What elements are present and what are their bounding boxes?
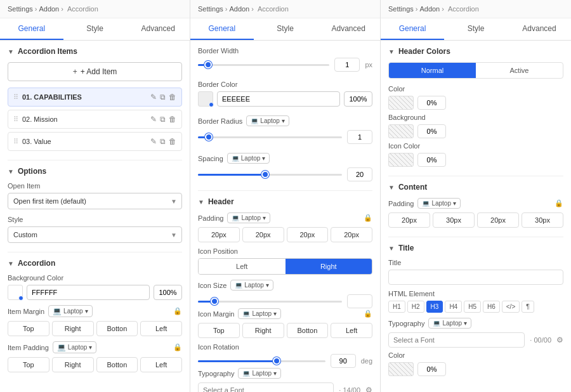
content-section-header[interactable]: ▼ Content — [388, 183, 563, 192]
html-el-h4[interactable]: H4 — [445, 301, 462, 313]
accordion-item-3[interactable]: ⠿ 03. Value ✎ ⧉ 🗑 — [8, 132, 182, 151]
tab-general-right[interactable]: General — [381, 18, 444, 40]
icon-margin-device[interactable]: 💻 Laptop ▾ — [238, 308, 281, 319]
icon-size-slider[interactable] — [198, 296, 342, 307]
border-width-input[interactable] — [334, 58, 360, 72]
tab-advanced-left[interactable]: Advanced — [126, 18, 190, 40]
item-padding-left[interactable] — [140, 357, 182, 372]
html-el-h3[interactable]: H3 — [426, 301, 443, 313]
icon-rotation-thumb[interactable] — [273, 357, 280, 365]
header-padding-device[interactable]: 💻 Laptop ▾ — [227, 212, 270, 223]
breadcrumb-addon[interactable]: Addon — [39, 5, 59, 13]
open-item-select[interactable]: Open first item (default) — [8, 193, 182, 209]
header-pad-right[interactable] — [242, 227, 284, 242]
accordion-items-header[interactable]: ▼ Accordion Items — [8, 47, 182, 56]
content-pad-left[interactable] — [522, 212, 563, 228]
normal-tab[interactable]: Normal — [389, 63, 476, 78]
spacing-slider[interactable] — [198, 169, 342, 180]
icon-size-thumb[interactable] — [211, 297, 218, 305]
border-color-swatch[interactable] — [198, 91, 213, 107]
title-font-input[interactable] — [388, 332, 525, 348]
title-color-pct[interactable] — [417, 362, 446, 376]
hc-bg-swatch[interactable] — [388, 124, 414, 138]
breadcrumb-settings[interactable]: Settings — [8, 5, 33, 13]
content-padding-device[interactable]: 💻 Laptop ▾ — [417, 198, 461, 209]
spacing-input[interactable] — [347, 167, 372, 181]
edit-icon-3[interactable]: ✎ — [150, 137, 157, 146]
icon-margin-bottom[interactable] — [287, 323, 329, 338]
bg-color-input[interactable] — [27, 285, 150, 300]
bg-color-pct[interactable] — [154, 285, 182, 300]
title-font-settings-icon[interactable]: ⚙ — [556, 336, 563, 344]
tab-style-left[interactable]: Style — [63, 18, 127, 40]
title-typography-device[interactable]: 💻 Laptop ▾ — [428, 318, 471, 329]
tab-general-left[interactable]: General — [0, 18, 63, 40]
icon-size-device[interactable]: 💻 Laptop ▾ — [230, 280, 273, 291]
item-margin-top[interactable] — [8, 321, 49, 336]
hc-icon-color-pct[interactable] — [417, 153, 446, 167]
header-pad-top[interactable] — [198, 227, 240, 242]
accordion-section-header[interactable]: ▼ Accordion — [8, 259, 182, 268]
hc-color-pct[interactable] — [417, 96, 446, 110]
delete-icon-1[interactable]: 🗑 — [169, 93, 176, 101]
hc-bg-pct[interactable] — [417, 124, 446, 138]
item-margin-device[interactable]: 💻 Laptop ▾ — [48, 305, 93, 317]
item-padding-device[interactable]: 💻 Laptop ▾ — [53, 341, 97, 353]
border-width-slider[interactable] — [198, 59, 329, 70]
copy-icon-2[interactable]: ⧉ — [160, 115, 166, 124]
add-item-button[interactable]: + + Add Item — [8, 62, 182, 81]
item-margin-right[interactable] — [52, 321, 94, 336]
tab-advanced-mid[interactable]: Advanced — [317, 18, 380, 40]
tab-general-mid[interactable]: General — [190, 18, 254, 40]
item-padding-right[interactable] — [52, 357, 94, 372]
right-breadcrumb-settings[interactable]: Settings — [388, 5, 414, 13]
html-el-para[interactable]: ¶ — [522, 301, 534, 313]
title-text-input[interactable] — [388, 270, 563, 285]
content-pad-lock-icon[interactable]: 🔒 — [555, 199, 563, 207]
edit-icon-2[interactable]: ✎ — [150, 115, 157, 124]
edit-icon-1[interactable]: ✎ — [150, 93, 157, 101]
spacing-device[interactable]: 💻 Laptop ▾ — [227, 153, 270, 164]
border-radius-slider[interactable] — [198, 131, 342, 143]
border-color-pct[interactable] — [344, 91, 372, 107]
item-padding-lock-icon[interactable]: 🔒 — [173, 343, 182, 351]
header-pad-lock-icon[interactable]: 🔒 — [364, 214, 372, 222]
mid-breadcrumb-settings[interactable]: Settings — [198, 5, 223, 13]
icon-size-input[interactable] — [347, 294, 372, 308]
accordion-item-1[interactable]: ⠿ 01. CAPABILITIES ✎ ⧉ 🗑 — [8, 88, 182, 107]
item-padding-bottom[interactable] — [96, 357, 138, 372]
right-breadcrumb-addon[interactable]: Addon — [419, 5, 440, 13]
tab-advanced-right[interactable]: Advanced — [508, 18, 571, 40]
border-radius-device[interactable]: 💻 Laptop ▾ — [246, 115, 289, 126]
content-pad-bottom[interactable] — [477, 212, 519, 228]
tab-style-right[interactable]: Style — [444, 18, 508, 40]
bg-color-swatch[interactable] — [8, 285, 23, 300]
icon-rotation-slider[interactable] — [198, 355, 325, 367]
item-margin-bottom[interactable] — [96, 321, 138, 336]
typography-device[interactable]: 💻 Laptop ▾ — [238, 368, 281, 379]
header-section-header[interactable]: ▼ Header — [198, 197, 372, 206]
item-margin-lock-icon[interactable]: 🔒 — [173, 307, 182, 315]
spacing-thumb[interactable] — [261, 171, 269, 178]
html-el-h2[interactable]: H2 — [407, 301, 424, 313]
html-el-h1[interactable]: H1 — [388, 301, 405, 313]
html-el-h5[interactable]: H5 — [464, 301, 481, 313]
options-header[interactable]: ▼ Options — [8, 167, 182, 176]
item-padding-top[interactable] — [8, 357, 49, 372]
tab-style-mid[interactable]: Style — [254, 18, 317, 40]
border-radius-input[interactable] — [347, 130, 372, 144]
title-color-swatch[interactable] — [388, 362, 414, 376]
icon-position-right-btn[interactable]: Right — [286, 259, 372, 274]
header-colors-header[interactable]: ▼ Header Colors — [388, 47, 563, 56]
content-pad-right[interactable] — [433, 212, 475, 228]
delete-icon-3[interactable]: 🗑 — [169, 137, 176, 146]
icon-margin-right[interactable] — [242, 323, 284, 338]
header-pad-bottom[interactable] — [287, 227, 329, 242]
border-radius-thumb[interactable] — [205, 133, 213, 141]
accordion-item-2[interactable]: ⠿ 02. Mission ✎ ⧉ 🗑 — [8, 110, 182, 129]
header-pad-left[interactable] — [331, 227, 372, 242]
icon-position-left-btn[interactable]: Left — [199, 259, 286, 274]
hc-icon-color-swatch[interactable] — [388, 153, 414, 167]
mid-breadcrumb-addon[interactable]: Addon — [229, 5, 249, 13]
icon-margin-top[interactable] — [198, 323, 240, 338]
